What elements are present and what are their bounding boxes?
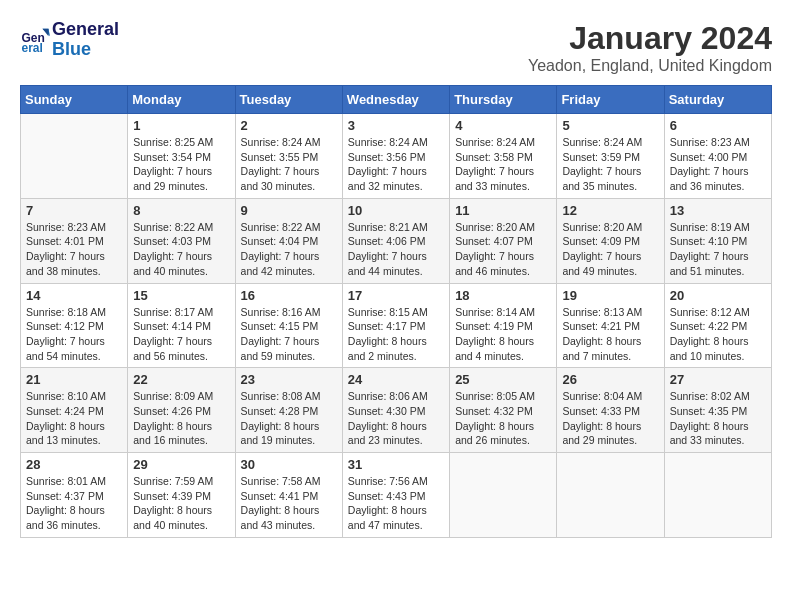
calendar-header-friday: Friday xyxy=(557,86,664,114)
day-number: 15 xyxy=(133,288,229,303)
day-info: Sunrise: 8:09 AMSunset: 4:26 PMDaylight:… xyxy=(133,389,229,448)
day-info: Sunrise: 8:04 AMSunset: 4:33 PMDaylight:… xyxy=(562,389,658,448)
calendar-cell: 23Sunrise: 8:08 AMSunset: 4:28 PMDayligh… xyxy=(235,368,342,453)
calendar-cell xyxy=(557,453,664,538)
day-info: Sunrise: 8:10 AMSunset: 4:24 PMDaylight:… xyxy=(26,389,122,448)
calendar-cell: 30Sunrise: 7:58 AMSunset: 4:41 PMDayligh… xyxy=(235,453,342,538)
calendar-cell: 10Sunrise: 8:21 AMSunset: 4:06 PMDayligh… xyxy=(342,198,449,283)
day-info: Sunrise: 8:15 AMSunset: 4:17 PMDaylight:… xyxy=(348,305,444,364)
calendar-header-tuesday: Tuesday xyxy=(235,86,342,114)
day-number: 24 xyxy=(348,372,444,387)
calendar-cell: 20Sunrise: 8:12 AMSunset: 4:22 PMDayligh… xyxy=(664,283,771,368)
day-number: 16 xyxy=(241,288,337,303)
day-number: 30 xyxy=(241,457,337,472)
calendar-header-row: SundayMondayTuesdayWednesdayThursdayFrid… xyxy=(21,86,772,114)
day-info: Sunrise: 8:24 AMSunset: 3:58 PMDaylight:… xyxy=(455,135,551,194)
day-number: 12 xyxy=(562,203,658,218)
day-info: Sunrise: 8:24 AMSunset: 3:55 PMDaylight:… xyxy=(241,135,337,194)
calendar-cell: 29Sunrise: 7:59 AMSunset: 4:39 PMDayligh… xyxy=(128,453,235,538)
calendar-cell: 14Sunrise: 8:18 AMSunset: 4:12 PMDayligh… xyxy=(21,283,128,368)
day-number: 31 xyxy=(348,457,444,472)
calendar-cell: 1Sunrise: 8:25 AMSunset: 3:54 PMDaylight… xyxy=(128,114,235,199)
calendar-cell: 25Sunrise: 8:05 AMSunset: 4:32 PMDayligh… xyxy=(450,368,557,453)
calendar-cell: 15Sunrise: 8:17 AMSunset: 4:14 PMDayligh… xyxy=(128,283,235,368)
day-number: 21 xyxy=(26,372,122,387)
day-number: 27 xyxy=(670,372,766,387)
day-number: 2 xyxy=(241,118,337,133)
calendar-cell: 18Sunrise: 8:14 AMSunset: 4:19 PMDayligh… xyxy=(450,283,557,368)
logo-text-line2: Blue xyxy=(52,40,119,60)
day-info: Sunrise: 8:06 AMSunset: 4:30 PMDaylight:… xyxy=(348,389,444,448)
day-number: 11 xyxy=(455,203,551,218)
calendar-table: SundayMondayTuesdayWednesdayThursdayFrid… xyxy=(20,85,772,538)
calendar-cell: 31Sunrise: 7:56 AMSunset: 4:43 PMDayligh… xyxy=(342,453,449,538)
day-number: 19 xyxy=(562,288,658,303)
calendar-cell: 17Sunrise: 8:15 AMSunset: 4:17 PMDayligh… xyxy=(342,283,449,368)
calendar-cell: 11Sunrise: 8:20 AMSunset: 4:07 PMDayligh… xyxy=(450,198,557,283)
day-info: Sunrise: 8:05 AMSunset: 4:32 PMDaylight:… xyxy=(455,389,551,448)
calendar-body: 1Sunrise: 8:25 AMSunset: 3:54 PMDaylight… xyxy=(21,114,772,538)
main-title: January 2024 xyxy=(528,20,772,57)
day-info: Sunrise: 8:02 AMSunset: 4:35 PMDaylight:… xyxy=(670,389,766,448)
day-number: 28 xyxy=(26,457,122,472)
day-info: Sunrise: 7:56 AMSunset: 4:43 PMDaylight:… xyxy=(348,474,444,533)
calendar-cell: 13Sunrise: 8:19 AMSunset: 4:10 PMDayligh… xyxy=(664,198,771,283)
calendar-cell: 24Sunrise: 8:06 AMSunset: 4:30 PMDayligh… xyxy=(342,368,449,453)
day-info: Sunrise: 8:20 AMSunset: 4:07 PMDaylight:… xyxy=(455,220,551,279)
calendar-cell: 19Sunrise: 8:13 AMSunset: 4:21 PMDayligh… xyxy=(557,283,664,368)
day-number: 10 xyxy=(348,203,444,218)
day-info: Sunrise: 8:17 AMSunset: 4:14 PMDaylight:… xyxy=(133,305,229,364)
calendar-cell: 27Sunrise: 8:02 AMSunset: 4:35 PMDayligh… xyxy=(664,368,771,453)
day-number: 13 xyxy=(670,203,766,218)
day-info: Sunrise: 8:14 AMSunset: 4:19 PMDaylight:… xyxy=(455,305,551,364)
logo-text-line1: General xyxy=(52,20,119,40)
calendar-cell: 5Sunrise: 8:24 AMSunset: 3:59 PMDaylight… xyxy=(557,114,664,199)
day-number: 23 xyxy=(241,372,337,387)
day-number: 14 xyxy=(26,288,122,303)
day-number: 25 xyxy=(455,372,551,387)
day-number: 4 xyxy=(455,118,551,133)
calendar-header-monday: Monday xyxy=(128,86,235,114)
day-number: 3 xyxy=(348,118,444,133)
day-info: Sunrise: 7:59 AMSunset: 4:39 PMDaylight:… xyxy=(133,474,229,533)
day-info: Sunrise: 8:08 AMSunset: 4:28 PMDaylight:… xyxy=(241,389,337,448)
day-number: 26 xyxy=(562,372,658,387)
calendar-header-sunday: Sunday xyxy=(21,86,128,114)
day-info: Sunrise: 8:21 AMSunset: 4:06 PMDaylight:… xyxy=(348,220,444,279)
calendar-cell: 16Sunrise: 8:16 AMSunset: 4:15 PMDayligh… xyxy=(235,283,342,368)
calendar-week-2: 7Sunrise: 8:23 AMSunset: 4:01 PMDaylight… xyxy=(21,198,772,283)
header: Gen eral General Blue January 2024 Yeado… xyxy=(20,20,772,75)
svg-text:eral: eral xyxy=(22,41,43,55)
calendar-cell: 28Sunrise: 8:01 AMSunset: 4:37 PMDayligh… xyxy=(21,453,128,538)
day-number: 9 xyxy=(241,203,337,218)
day-info: Sunrise: 8:16 AMSunset: 4:15 PMDaylight:… xyxy=(241,305,337,364)
calendar-cell: 22Sunrise: 8:09 AMSunset: 4:26 PMDayligh… xyxy=(128,368,235,453)
day-info: Sunrise: 8:23 AMSunset: 4:01 PMDaylight:… xyxy=(26,220,122,279)
day-info: Sunrise: 8:12 AMSunset: 4:22 PMDaylight:… xyxy=(670,305,766,364)
calendar-header-wednesday: Wednesday xyxy=(342,86,449,114)
calendar-cell xyxy=(664,453,771,538)
day-info: Sunrise: 8:22 AMSunset: 4:04 PMDaylight:… xyxy=(241,220,337,279)
day-info: Sunrise: 8:25 AMSunset: 3:54 PMDaylight:… xyxy=(133,135,229,194)
day-info: Sunrise: 8:22 AMSunset: 4:03 PMDaylight:… xyxy=(133,220,229,279)
day-info: Sunrise: 8:20 AMSunset: 4:09 PMDaylight:… xyxy=(562,220,658,279)
day-number: 7 xyxy=(26,203,122,218)
calendar-week-5: 28Sunrise: 8:01 AMSunset: 4:37 PMDayligh… xyxy=(21,453,772,538)
calendar-cell: 12Sunrise: 8:20 AMSunset: 4:09 PMDayligh… xyxy=(557,198,664,283)
day-info: Sunrise: 7:58 AMSunset: 4:41 PMDaylight:… xyxy=(241,474,337,533)
day-info: Sunrise: 8:18 AMSunset: 4:12 PMDaylight:… xyxy=(26,305,122,364)
day-info: Sunrise: 8:01 AMSunset: 4:37 PMDaylight:… xyxy=(26,474,122,533)
calendar-week-1: 1Sunrise: 8:25 AMSunset: 3:54 PMDaylight… xyxy=(21,114,772,199)
logo-icon: Gen eral xyxy=(20,25,50,55)
day-number: 22 xyxy=(133,372,229,387)
calendar-cell: 26Sunrise: 8:04 AMSunset: 4:33 PMDayligh… xyxy=(557,368,664,453)
calendar-cell xyxy=(21,114,128,199)
calendar-week-3: 14Sunrise: 8:18 AMSunset: 4:12 PMDayligh… xyxy=(21,283,772,368)
title-area: January 2024 Yeadon, England, United Kin… xyxy=(528,20,772,75)
day-info: Sunrise: 8:24 AMSunset: 3:59 PMDaylight:… xyxy=(562,135,658,194)
day-number: 29 xyxy=(133,457,229,472)
calendar-cell: 8Sunrise: 8:22 AMSunset: 4:03 PMDaylight… xyxy=(128,198,235,283)
calendar-cell: 7Sunrise: 8:23 AMSunset: 4:01 PMDaylight… xyxy=(21,198,128,283)
calendar-cell: 2Sunrise: 8:24 AMSunset: 3:55 PMDaylight… xyxy=(235,114,342,199)
day-number: 5 xyxy=(562,118,658,133)
